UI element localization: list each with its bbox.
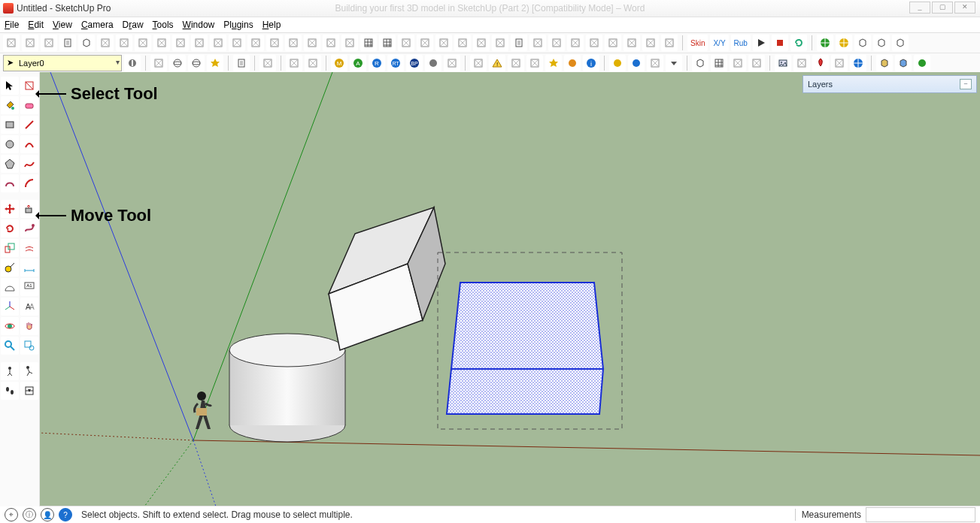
box-wire-icon[interactable]: [892, 35, 909, 51]
curve3-icon[interactable]: [586, 35, 602, 51]
xy-label[interactable]: X/Y: [710, 35, 728, 51]
curve2-icon[interactable]: [492, 35, 508, 51]
curve-arrow-icon[interactable]: [191, 35, 208, 51]
close-button[interactable]: ✕: [954, 2, 975, 14]
line-tool[interactable]: [20, 116, 38, 134]
cube-icon[interactable]: [78, 35, 95, 51]
rotate-axis-icon[interactable]: [135, 35, 151, 51]
fold-icon[interactable]: [210, 35, 226, 51]
select-dashed-icon[interactable]: [3, 35, 20, 51]
geo-location-icon[interactable]: ⌖: [5, 508, 18, 521]
print-icon[interactable]: [59, 35, 76, 51]
text-tool[interactable]: A1: [20, 278, 38, 296]
section-plane-tool[interactable]: [20, 382, 38, 400]
eraser-red-icon[interactable]: [266, 35, 283, 51]
tape-icon[interactable]: [247, 35, 264, 51]
section-icon[interactable]: [605, 35, 621, 51]
scale-tool[interactable]: [1, 239, 19, 257]
select-tool[interactable]: [1, 77, 19, 95]
rect-icon[interactable]: [323, 35, 339, 51]
plane-icon[interactable]: [398, 35, 414, 51]
cursor-icon[interactable]: [150, 55, 167, 71]
skin-label[interactable]: Skin: [687, 35, 708, 51]
minimize-button[interactable]: _: [909, 2, 930, 14]
rectangle-tool[interactable]: [1, 116, 19, 134]
rotate-tool[interactable]: [1, 219, 19, 237]
help-icon[interactable]: ?: [59, 508, 72, 521]
menu-tools[interactable]: Tools: [153, 20, 174, 30]
box-shaded-icon[interactable]: [873, 35, 890, 51]
slice-icon[interactable]: [444, 55, 460, 71]
freehand-tool[interactable]: [20, 155, 38, 173]
a-icon[interactable]: A: [350, 55, 366, 71]
line-3d-icon[interactable]: [229, 35, 245, 51]
measurements-input[interactable]: [866, 507, 975, 522]
tape-measure-tool[interactable]: [1, 258, 19, 277]
grid-icon[interactable]: [360, 35, 377, 51]
box-blue-icon[interactable]: [895, 55, 912, 71]
rocket-icon[interactable]: [812, 55, 829, 71]
r-icon[interactable]: R: [369, 55, 385, 71]
paint-bucket-tool[interactable]: [1, 96, 19, 114]
bp-icon[interactable]: BP: [406, 55, 423, 71]
3dtext-tool[interactable]: AA: [20, 298, 38, 316]
offset-icon[interactable]: [454, 35, 471, 51]
stop-icon[interactable]: [772, 35, 788, 51]
undo-icon[interactable]: [22, 35, 38, 51]
dimension-tool[interactable]: [20, 258, 38, 277]
axes-tool[interactable]: [1, 298, 19, 316]
pan-tool[interactable]: [20, 317, 38, 335]
star2-icon[interactable]: [545, 55, 562, 71]
collapse-icon[interactable]: –: [960, 79, 972, 89]
layers-panel[interactable]: Layers –: [803, 75, 977, 93]
ball-blue-icon[interactable]: [628, 55, 645, 71]
layer-selector[interactable]: ➤ Layer0 ▾: [3, 55, 122, 71]
info-icon[interactable]: i: [583, 55, 599, 71]
orbit-tool[interactable]: [1, 317, 19, 335]
pushpin-icon[interactable]: [567, 35, 584, 51]
zoom-window-tool[interactable]: [20, 337, 38, 355]
pan2-icon[interactable]: [508, 55, 524, 71]
menu-file[interactable]: File: [5, 20, 19, 30]
cube3-icon[interactable]: [692, 55, 708, 71]
box-yellow-icon[interactable]: [876, 55, 893, 71]
globe-yellow-icon[interactable]: [836, 35, 852, 51]
box-front-icon[interactable]: [854, 35, 871, 51]
menu-help[interactable]: Help: [262, 20, 281, 30]
rect-outline-icon[interactable]: [341, 35, 358, 51]
globe-green-icon[interactable]: [817, 35, 833, 51]
arrow-nw-icon[interactable]: [529, 35, 546, 51]
circle-tool[interactable]: [1, 135, 19, 153]
pan-icon[interactable]: [116, 35, 132, 51]
offset-tool[interactable]: [20, 239, 38, 257]
ball-orange-icon[interactable]: [564, 55, 581, 71]
roller-icon[interactable]: [304, 35, 320, 51]
rotate-view-icon[interactable]: [97, 35, 114, 51]
walk-tool[interactable]: [20, 362, 38, 380]
protractor-tool[interactable]: [1, 278, 19, 296]
menu-plugins[interactable]: Plugins: [223, 20, 253, 30]
arc2-tool[interactable]: [20, 174, 38, 192]
push-yellow-icon[interactable]: [470, 55, 487, 71]
push-icon[interactable]: [417, 35, 433, 51]
iso-icon[interactable]: [169, 55, 186, 71]
maximize-button[interactable]: ▢: [932, 2, 953, 14]
grid-3d-icon[interactable]: [379, 35, 396, 51]
refresh-icon[interactable]: [790, 35, 807, 51]
globe2-icon[interactable]: [850, 55, 866, 71]
polygon-tool[interactable]: [1, 155, 19, 173]
section-fill-icon[interactable]: [623, 35, 640, 51]
align-top-icon[interactable]: [305, 55, 321, 71]
marker-icon[interactable]: [259, 55, 276, 71]
menu-view[interactable]: View: [53, 20, 72, 30]
footprints-tool[interactable]: [1, 382, 19, 400]
menu-camera[interactable]: Camera: [81, 20, 114, 30]
tool-icon[interactable]: [748, 55, 765, 71]
section-outline-icon[interactable]: [642, 35, 659, 51]
move-tool[interactable]: [1, 200, 19, 218]
square-purple-icon[interactable]: [526, 55, 543, 71]
line2-icon[interactable]: [435, 35, 452, 51]
clip-icon[interactable]: [730, 55, 746, 71]
arc-tool[interactable]: [20, 135, 38, 153]
zoom-tool[interactable]: [1, 337, 19, 355]
